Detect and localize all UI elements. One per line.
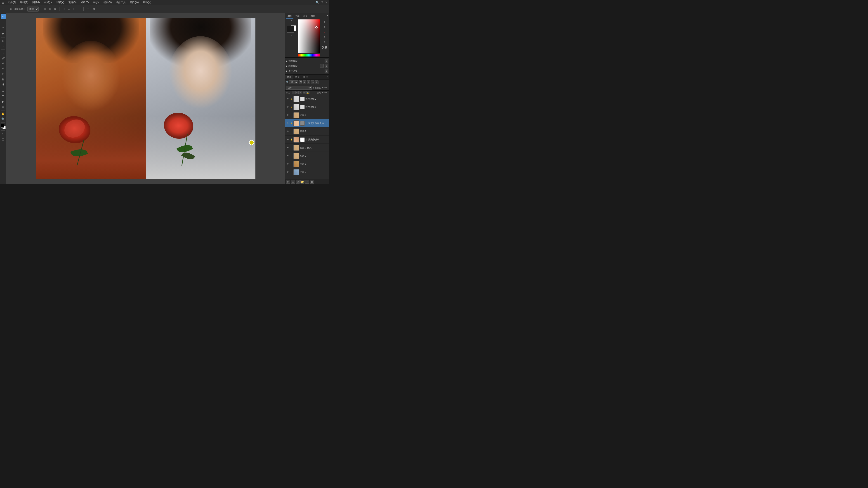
- transform-btn-3[interactable]: ⊠: [53, 7, 57, 11]
- align-btn-3[interactable]: ⊢: [72, 7, 76, 11]
- gradient-tool[interactable]: ▦: [1, 76, 6, 82]
- layer-eye-perfect-skin[interactable]: 👁: [286, 138, 289, 141]
- lasso-tool[interactable]: ⌒: [1, 26, 6, 31]
- reset-colors-icon[interactable]: ↺: [291, 34, 292, 36]
- menu-help[interactable]: 帮助(H): [141, 0, 153, 4]
- transform-btn-2[interactable]: ⊟: [49, 7, 52, 11]
- screen-mode-tool[interactable]: ▢: [1, 137, 6, 142]
- tab-channels[interactable]: 通道: [293, 74, 302, 79]
- align-btn-4[interactable]: ⊤: [77, 7, 81, 11]
- more-options-btn[interactable]: •••: [86, 7, 90, 11]
- adj-section-presets[interactable]: ▶ 调整预设 ≡: [286, 59, 328, 64]
- layer-item-1-copy[interactable]: 👁 🔒 图层 1 拷贝: [285, 144, 329, 152]
- tab-color[interactable]: 颜色: [286, 14, 293, 19]
- menu-select[interactable]: 选择(S): [66, 0, 79, 4]
- layer-filter-select[interactable]: 类型: [289, 80, 298, 84]
- more-icon-perfect-skin[interactable]: …: [326, 138, 328, 141]
- move-tool-icon[interactable]: ✛: [2, 7, 4, 11]
- filter-type-btn-adjustment[interactable]: ◑: [303, 80, 306, 84]
- history-brush-tool[interactable]: ↺: [1, 66, 6, 71]
- layer-item-3[interactable]: 👁 🔒 图层 3: [285, 111, 329, 119]
- quick-mask-tool[interactable]: ◌: [1, 131, 6, 136]
- fill-value[interactable]: 100%: [322, 92, 328, 94]
- layers-panel-menu[interactable]: ≡: [326, 74, 329, 79]
- crop-tool[interactable]: ⊡: [1, 38, 6, 43]
- lock-pixels-icon[interactable]: ✏: [296, 91, 299, 94]
- menu-filter[interactable]: 滤镜(T): [79, 0, 90, 4]
- tab-paths[interactable]: 路径: [302, 74, 310, 79]
- layer-fx-btn[interactable]: fx: [286, 180, 290, 184]
- layer-delete-btn[interactable]: 🗑: [310, 180, 314, 184]
- tab-gradient[interactable]: 渐变: [302, 14, 309, 19]
- clone-stamp-tool[interactable]: ✐: [1, 61, 6, 66]
- lock-transparent-icon[interactable]: ▪: [292, 91, 295, 94]
- menu-image[interactable]: 图像(I): [31, 0, 41, 4]
- layer-mask-btn[interactable]: □: [291, 180, 295, 184]
- magic-wand-tool[interactable]: ✱: [1, 31, 6, 36]
- path-selection-tool[interactable]: ▶: [1, 99, 6, 104]
- layer-eye-0[interactable]: 👁: [286, 162, 289, 166]
- color-mode-icon[interactable]: A: [322, 20, 326, 24]
- filter-type-btn-smartobject[interactable]: ⊞: [315, 80, 318, 84]
- filter-type-btn-pixel[interactable]: 🖼: [299, 80, 302, 84]
- adj-presets-menu[interactable]: ≡: [324, 59, 328, 63]
- layer-eye-1-copy[interactable]: 👁: [286, 146, 289, 149]
- home-icon[interactable]: ⌂: [2, 1, 4, 4]
- hue-bar[interactable]: [298, 54, 320, 57]
- selection-tool[interactable]: ⬚: [1, 19, 6, 24]
- lock-all-icon[interactable]: 🔒: [306, 91, 309, 94]
- layer-new-btn[interactable]: +: [305, 180, 309, 184]
- menu-3d[interactable]: 3D(D): [91, 1, 101, 4]
- adj-section-single[interactable]: ▶ 单一调整 ≡: [286, 68, 328, 73]
- hand-tool[interactable]: ✋: [1, 111, 6, 116]
- settings-btn[interactable]: ⚙: [92, 7, 96, 11]
- dodge-tool[interactable]: ◑: [1, 82, 6, 87]
- swap-colors-icon[interactable]: ⇄: [291, 20, 292, 22]
- brush-tool[interactable]: 🖌: [1, 56, 6, 61]
- layer-eye-1[interactable]: 👁: [286, 154, 289, 158]
- shape-tool[interactable]: ▭: [1, 104, 6, 109]
- foreground-color[interactable]: [287, 26, 294, 33]
- adj-your-add[interactable]: +: [320, 64, 324, 68]
- menu-layer[interactable]: 图层(L): [42, 0, 54, 4]
- filter-type-btn-type[interactable]: T: [307, 80, 310, 84]
- close-icon[interactable]: ✕: [325, 1, 327, 4]
- color-spectrum-area[interactable]: [298, 20, 320, 56]
- layer-item-7[interactable]: 👁 🔒 图层 7: [285, 168, 329, 176]
- adj-your-menu[interactable]: ≡: [324, 64, 328, 68]
- layer-item-2[interactable]: 👁 🔒 图层 2: [285, 127, 329, 135]
- pen-tool[interactable]: ✏: [1, 89, 6, 94]
- tab-swatches[interactable]: 色板: [294, 14, 301, 19]
- adj-section-your-presets[interactable]: ▶ 您的预设 + ≡: [286, 64, 328, 68]
- lock-position-icon[interactable]: ✛: [299, 91, 302, 94]
- layer-eye-photo-filter-1[interactable]: 👁: [286, 105, 289, 109]
- layer-item-blemish[interactable]: 👁 🔒 ⛓ 斑点& 体毛去除: [285, 119, 329, 127]
- canvas-divider[interactable]: [146, 18, 146, 180]
- color-option-3[interactable]: A: [322, 40, 326, 44]
- tab-layers[interactable]: 图层: [285, 74, 293, 79]
- color-x-icon[interactable]: ✕: [322, 30, 326, 34]
- layer-select-dropdown[interactable]: 图层 组: [27, 6, 39, 11]
- color-swatches[interactable]: [1, 124, 6, 129]
- transform-btn-1[interactable]: ⊞: [43, 7, 47, 11]
- layer-eye-7[interactable]: 👁: [286, 170, 289, 174]
- align-btn-1[interactable]: ⊣: [62, 7, 66, 11]
- color-spectrum[interactable]: [298, 20, 320, 53]
- blend-mode-select[interactable]: 正常: [286, 86, 312, 90]
- menu-edit[interactable]: 编辑(E): [18, 0, 30, 4]
- eyedropper-tool[interactable]: ✒: [1, 43, 6, 48]
- menu-view[interactable]: 视图(V): [102, 0, 114, 4]
- layer-item-0[interactable]: 👁 🔒 图层 0: [285, 160, 329, 168]
- lock-artboards-icon[interactable]: ⊞: [303, 91, 306, 94]
- layer-item-photo-filter-1[interactable]: 👁 🔒 照片滤镜 1: [285, 103, 329, 111]
- tab-pattern[interactable]: 图案: [309, 14, 316, 19]
- filter-toggle[interactable]: ○: [327, 81, 328, 84]
- align-btn-2[interactable]: ⊥: [67, 7, 71, 11]
- menu-file[interactable]: 文件(F): [6, 0, 18, 4]
- help-icon[interactable]: ?: [321, 1, 323, 4]
- menu-window[interactable]: 窗口(W): [128, 0, 141, 4]
- layer-item-1[interactable]: 👁 🔒 图层 1: [285, 152, 329, 160]
- layer-eye-3[interactable]: 👁: [286, 113, 289, 117]
- checkbox-icon[interactable]: ☑: [10, 8, 12, 10]
- eraser-tool[interactable]: ◻: [1, 71, 6, 76]
